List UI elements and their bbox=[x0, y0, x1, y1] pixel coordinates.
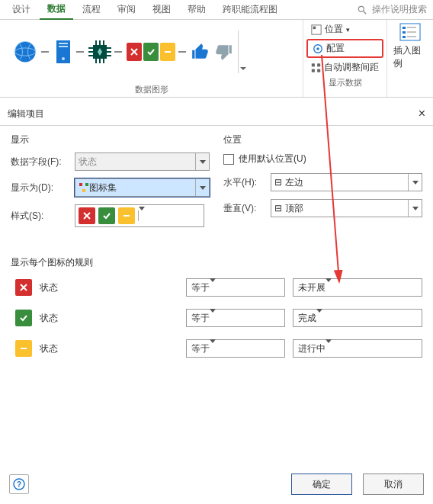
data-field-label: 数据字段(F): bbox=[11, 156, 70, 169]
vert-value: 顶部 bbox=[285, 202, 303, 215]
help-button[interactable]: ? bbox=[9, 474, 29, 494]
svg-rect-39 bbox=[82, 189, 85, 192]
vert-combo[interactable]: ⊟ 顶部 bbox=[271, 199, 422, 217]
gallery-more-dropdown[interactable] bbox=[238, 30, 247, 73]
horiz-label: 水平(H): bbox=[223, 176, 266, 189]
svg-rect-35 bbox=[403, 36, 406, 38]
ok-button[interactable]: 确定 bbox=[291, 474, 352, 495]
rule-value-combo[interactable]: 未开展 bbox=[293, 278, 422, 297]
server-icon bbox=[53, 39, 73, 65]
style-combo[interactable] bbox=[75, 204, 204, 227]
svg-rect-28 bbox=[312, 69, 315, 72]
horiz-value: 左边 bbox=[285, 176, 303, 189]
rule-op-combo[interactable]: 等于 bbox=[186, 278, 285, 297]
tab-crossfunc[interactable]: 跨职能流程图 bbox=[215, 0, 285, 19]
svg-point-7 bbox=[62, 57, 65, 60]
rule-row: 状态等于未开展 bbox=[11, 278, 422, 297]
chevron-down-icon bbox=[195, 153, 209, 170]
chevron-down-icon bbox=[326, 343, 332, 354]
group-label-show-data: 显示数据 bbox=[303, 77, 386, 90]
legend-icon bbox=[399, 23, 421, 41]
rule-label: 状态 bbox=[40, 312, 78, 325]
show-as-combo[interactable]: 图标集 bbox=[75, 178, 210, 197]
svg-text:?: ? bbox=[17, 480, 21, 489]
chip-icon bbox=[88, 40, 111, 63]
position-section-head: 位置 bbox=[223, 133, 422, 146]
chevron-down-icon bbox=[195, 179, 209, 196]
dash-icon bbox=[76, 51, 84, 53]
gear-globe-icon bbox=[313, 43, 323, 54]
chevron-down-icon bbox=[138, 210, 145, 221]
iconset-icon bbox=[79, 182, 89, 193]
cancel-button[interactable]: 取消 bbox=[363, 474, 424, 495]
vert-align-icon: ⊟ bbox=[274, 203, 282, 213]
rule-value: 进行中 bbox=[298, 342, 326, 355]
globe-icon bbox=[12, 39, 38, 65]
rule-op-combo[interactable]: 等于 bbox=[186, 339, 285, 358]
tab-data[interactable]: 数据 bbox=[40, 0, 73, 20]
auto-adjust-label: 自动调整间距 bbox=[324, 61, 379, 74]
rule-icon-green bbox=[15, 310, 32, 326]
config-label: 配置 bbox=[326, 42, 345, 55]
show-as-label: 显示为(D): bbox=[11, 181, 70, 194]
search-placeholder: 操作说明搜索 bbox=[372, 3, 427, 16]
svg-rect-33 bbox=[403, 31, 406, 34]
close-button[interactable]: × bbox=[419, 107, 425, 120]
group-label-data-graphic: 数据图形 bbox=[0, 84, 303, 97]
vert-label: 垂直(V): bbox=[223, 202, 266, 215]
tab-design[interactable]: 设计 bbox=[5, 0, 38, 19]
chevron-down-icon bbox=[210, 282, 216, 293]
data-graphic-gallery[interactable] bbox=[5, 26, 255, 78]
chevron-down-icon bbox=[408, 200, 422, 217]
rules-section-head: 显示每个图标的规则 bbox=[11, 256, 422, 269]
svg-rect-37 bbox=[79, 183, 82, 186]
rule-value: 未开展 bbox=[298, 281, 326, 294]
position-icon bbox=[311, 24, 322, 35]
chevron-down-icon bbox=[408, 174, 422, 191]
tab-review[interactable]: 审阅 bbox=[110, 0, 143, 19]
rule-label: 状态 bbox=[40, 342, 78, 355]
data-field-combo[interactable]: 状态 bbox=[75, 152, 210, 171]
position-menu[interactable]: 位置 ▾ bbox=[306, 21, 383, 37]
svg-rect-29 bbox=[317, 69, 320, 72]
svg-rect-41 bbox=[21, 348, 27, 349]
rule-op-combo[interactable]: 等于 bbox=[186, 309, 285, 327]
config-button[interactable]: 配置 bbox=[306, 39, 383, 58]
dialog-title: 编辑项目 bbox=[8, 108, 44, 120]
search-area[interactable]: 操作说明搜索 bbox=[357, 3, 433, 16]
rule-value: 完成 bbox=[298, 312, 316, 325]
rule-op-value: 等于 bbox=[191, 281, 210, 294]
thumbs-up-icon bbox=[191, 42, 210, 62]
svg-rect-27 bbox=[317, 63, 320, 66]
svg-rect-21 bbox=[165, 51, 171, 53]
chevron-down-icon bbox=[210, 343, 216, 354]
status-tiles-icon bbox=[127, 43, 175, 61]
thumbs-down-icon bbox=[213, 42, 233, 62]
search-icon bbox=[357, 5, 367, 15]
auto-adjust-button[interactable]: 自动调整间距 bbox=[306, 59, 383, 75]
rule-value-combo[interactable]: 进行中 bbox=[293, 339, 422, 358]
svg-rect-40 bbox=[123, 215, 130, 217]
tab-help[interactable]: 帮助 bbox=[180, 0, 213, 19]
rule-op-value: 等于 bbox=[191, 312, 210, 325]
svg-rect-5 bbox=[59, 43, 68, 44]
rule-value-combo[interactable]: 完成 bbox=[293, 309, 422, 327]
dash-icon bbox=[178, 51, 186, 53]
tab-view[interactable]: 视图 bbox=[145, 0, 178, 19]
insert-legend-button[interactable]: 插入图例 bbox=[387, 20, 433, 73]
position-label: 位置 bbox=[325, 23, 343, 36]
horiz-combo[interactable]: ⊟ 左边 bbox=[271, 173, 422, 191]
dash-icon bbox=[114, 51, 122, 53]
use-default-pos-checkbox[interactable] bbox=[223, 154, 234, 165]
svg-rect-23 bbox=[313, 26, 316, 29]
dash-icon bbox=[41, 51, 49, 53]
svg-rect-31 bbox=[403, 27, 406, 29]
rule-label: 状态 bbox=[40, 281, 78, 294]
data-field-value: 状态 bbox=[79, 156, 97, 169]
use-default-pos-label: 使用默认位置(U) bbox=[239, 152, 306, 165]
svg-line-1 bbox=[364, 11, 367, 14]
style-label: 样式(S): bbox=[11, 210, 70, 223]
svg-point-0 bbox=[358, 6, 364, 11]
tab-process[interactable]: 流程 bbox=[75, 0, 108, 19]
horiz-align-icon: ⊟ bbox=[274, 177, 282, 188]
